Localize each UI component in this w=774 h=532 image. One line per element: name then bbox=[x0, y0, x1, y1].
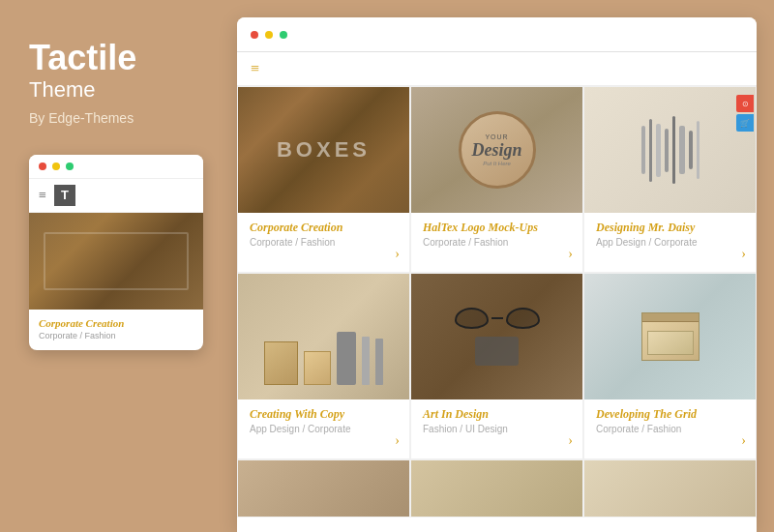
sidebar-title: Tactile bbox=[29, 39, 208, 77]
portfolio-title-3: Designing Mr. Daisy bbox=[596, 221, 744, 235]
mobile-card-image bbox=[29, 213, 203, 310]
portfolio-img-9 bbox=[584, 460, 756, 517]
portfolio-img-5 bbox=[411, 274, 582, 399]
portfolio-item-2[interactable]: YOUR Design Put It Here HalTex Logo Mock… bbox=[410, 86, 583, 273]
portfolio-img-3 bbox=[584, 87, 756, 213]
portfolio-item-3[interactable]: Designing Mr. Daisy App Design / Corpora… bbox=[583, 86, 757, 273]
wooden-box-image bbox=[238, 87, 409, 213]
mobile-card-title: Corporate Creation bbox=[39, 317, 194, 329]
mobile-card-info: Corporate Creation Corporate / Fashion bbox=[29, 310, 203, 350]
portfolio-arrow-2: › bbox=[568, 247, 573, 262]
portfolio-arrow-1: › bbox=[395, 247, 400, 262]
portfolio-category-3: App Design / Corporate bbox=[596, 237, 744, 248]
portfolio-img-8 bbox=[411, 460, 582, 517]
craft-image bbox=[238, 274, 409, 399]
portfolio-category-1: Corporate / Fashion bbox=[250, 237, 398, 248]
dot-red bbox=[39, 163, 46, 170]
stamp-design-text: Design bbox=[471, 140, 521, 161]
portfolio-img-1 bbox=[238, 87, 409, 213]
browser-dot-yellow bbox=[265, 31, 273, 39]
portfolio-arrow-4: › bbox=[395, 433, 400, 449]
portfolio-title-1: Corporate Creation bbox=[250, 221, 398, 235]
portfolio-item-4[interactable]: Creating With Copy App Design / Corporat… bbox=[237, 273, 410, 459]
portfolio-item-6[interactable]: Developing The Grid Corporate / Fashion … bbox=[583, 273, 757, 459]
dot-yellow bbox=[52, 163, 60, 170]
portfolio-info-4: Creating With Copy App Design / Corporat… bbox=[238, 399, 409, 444]
portfolio-title-4: Creating With Copy bbox=[250, 407, 398, 422]
mobile-preview: ≡ T Corporate Creation Corporate / Fashi… bbox=[29, 155, 203, 350]
portfolio-title-2: HalTex Logo Mock-Ups bbox=[423, 221, 571, 235]
browser-dot-red bbox=[251, 31, 258, 39]
portfolio-arrow-6: › bbox=[741, 433, 746, 449]
browser-window: ≡ Corporate Creation Corporate / Fashion… bbox=[237, 17, 757, 532]
browser-chrome bbox=[237, 17, 757, 52]
portfolio-item-9[interactable] bbox=[583, 459, 757, 517]
portfolio-category-5: Fashion / UI Design bbox=[423, 424, 571, 434]
portfolio-item-1[interactable]: Corporate Creation Corporate / Fashion › bbox=[237, 86, 410, 273]
tools-image bbox=[584, 87, 756, 213]
sidebar: Tactile Theme By Edge-Themes ≡ T Corpora… bbox=[0, 0, 237, 532]
portfolio-img-4 bbox=[238, 274, 409, 399]
portfolio-title-5: Art In Design bbox=[423, 407, 571, 422]
portfolio-img-7 bbox=[238, 460, 409, 517]
hamburger-icon: ≡ bbox=[39, 188, 46, 203]
portfolio-info-3: Designing Mr. Daisy App Design / Corpora… bbox=[584, 213, 756, 257]
portfolio-info-6: Developing The Grid Corporate / Fashion bbox=[584, 399, 756, 444]
packaging-image bbox=[584, 274, 756, 399]
cart-red-icon[interactable]: ⊙ bbox=[736, 95, 754, 112]
portfolio-item-7[interactable] bbox=[237, 459, 410, 517]
stamp-your-text: YOUR bbox=[485, 133, 508, 140]
portfolio-info-1: Corporate Creation Corporate / Fashion bbox=[238, 213, 409, 257]
mobile-preview-header bbox=[29, 155, 203, 179]
browser-content: ≡ Corporate Creation Corporate / Fashion… bbox=[237, 52, 757, 532]
package-box bbox=[641, 312, 700, 361]
stamp-put-text: Put It Here bbox=[483, 161, 511, 166]
sidebar-subtitle: Theme bbox=[29, 77, 208, 103]
portfolio-info-2: HalTex Logo Mock-Ups Corporate / Fashion bbox=[411, 213, 582, 257]
sidebar-by: By Edge-Themes bbox=[29, 110, 208, 126]
portfolio-category-6: Corporate / Fashion bbox=[596, 424, 744, 434]
portfolio-title-6: Developing The Grid bbox=[596, 407, 744, 422]
portfolio-item-5[interactable]: Art In Design Fashion / UI Design › bbox=[410, 273, 583, 459]
portfolio-category-2: Corporate / Fashion bbox=[423, 237, 571, 248]
portfolio-grid: Corporate Creation Corporate / Fashion ›… bbox=[237, 86, 757, 532]
portfolio-category-4: App Design / Corporate bbox=[250, 424, 398, 434]
portfolio-img-6 bbox=[584, 274, 756, 399]
portfolio-info-5: Art In Design Fashion / UI Design bbox=[411, 399, 582, 444]
browser-dot-green bbox=[280, 31, 287, 39]
wooden-box-mobile-image bbox=[29, 213, 203, 310]
browser-nav: ≡ bbox=[237, 52, 757, 86]
cart-blue-icon[interactable]: 🛒 bbox=[736, 114, 754, 132]
dot-green bbox=[66, 163, 74, 170]
mobile-nav-bar: ≡ T bbox=[29, 179, 203, 213]
portfolio-img-2: YOUR Design Put It Here bbox=[411, 87, 582, 213]
mobile-logo: T bbox=[54, 185, 75, 206]
cart-icon-overlay: ⊙ 🛒 bbox=[736, 95, 757, 132]
glasses-image bbox=[411, 274, 582, 399]
design-stamp-image: YOUR Design Put It Here bbox=[411, 87, 582, 213]
browser-hamburger-icon[interactable]: ≡ bbox=[251, 60, 259, 77]
portfolio-item-8[interactable] bbox=[410, 459, 583, 517]
portfolio-arrow-5: › bbox=[568, 433, 573, 449]
mobile-card-category: Corporate / Fashion bbox=[39, 331, 194, 340]
stamp-circle: YOUR Design Put It Here bbox=[459, 111, 536, 189]
portfolio-arrow-3: › bbox=[741, 247, 746, 262]
